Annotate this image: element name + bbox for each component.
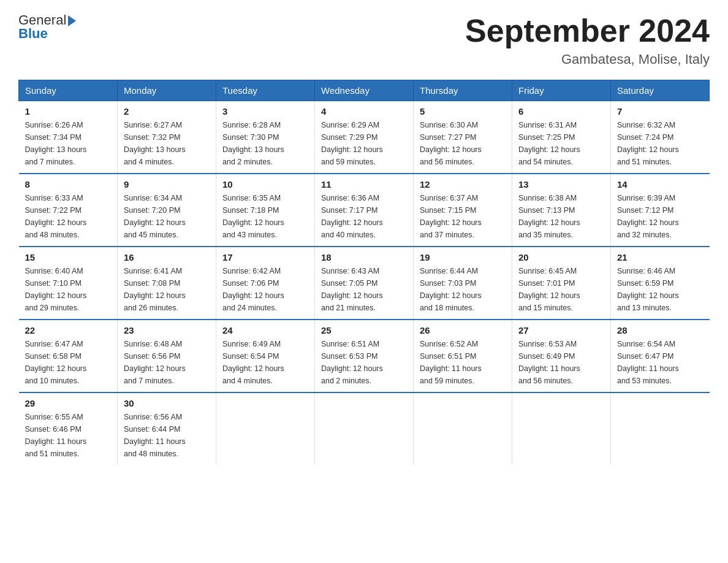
day-of-week-header: Tuesday (216, 80, 315, 101)
day-number: 24 (222, 325, 308, 335)
day-number: 2 (124, 106, 210, 117)
day-number: 10 (222, 179, 308, 190)
calendar-day-cell: 25 Sunrise: 6:51 AM Sunset: 6:53 PM Dayl… (315, 320, 414, 393)
calendar-day-cell (216, 393, 315, 465)
day-info: Sunrise: 6:51 AM Sunset: 6:53 PM Dayligh… (321, 338, 407, 387)
day-info: Sunrise: 6:33 AM Sunset: 7:22 PM Dayligh… (25, 192, 112, 241)
day-info: Sunrise: 6:41 AM Sunset: 7:08 PM Dayligh… (124, 265, 210, 314)
day-number: 18 (321, 252, 407, 262)
logo-triangle-icon (68, 15, 76, 26)
day-info: Sunrise: 6:43 AM Sunset: 7:05 PM Dayligh… (321, 265, 407, 314)
day-number: 14 (617, 179, 703, 190)
day-info: Sunrise: 6:42 AM Sunset: 7:06 PM Dayligh… (222, 265, 308, 314)
day-of-week-header: Friday (512, 80, 611, 101)
day-info: Sunrise: 6:35 AM Sunset: 7:18 PM Dayligh… (222, 192, 308, 241)
day-info: Sunrise: 6:54 AM Sunset: 6:47 PM Dayligh… (617, 338, 703, 387)
day-info: Sunrise: 6:53 AM Sunset: 6:49 PM Dayligh… (518, 338, 604, 387)
day-info: Sunrise: 6:32 AM Sunset: 7:24 PM Dayligh… (617, 119, 703, 168)
calendar-day-cell: 6 Sunrise: 6:31 AM Sunset: 7:25 PM Dayli… (512, 101, 611, 174)
day-info: Sunrise: 6:49 AM Sunset: 6:54 PM Dayligh… (222, 338, 308, 387)
calendar-day-cell: 3 Sunrise: 6:28 AM Sunset: 7:30 PM Dayli… (216, 101, 315, 174)
day-number: 16 (124, 252, 210, 262)
calendar-day-cell: 22 Sunrise: 6:47 AM Sunset: 6:58 PM Dayl… (19, 320, 118, 393)
day-info: Sunrise: 6:39 AM Sunset: 7:12 PM Dayligh… (617, 192, 703, 241)
calendar-day-cell: 12 Sunrise: 6:37 AM Sunset: 7:15 PM Dayl… (414, 174, 512, 247)
calendar-day-cell: 7 Sunrise: 6:32 AM Sunset: 7:24 PM Dayli… (611, 101, 710, 174)
day-info: Sunrise: 6:38 AM Sunset: 7:13 PM Dayligh… (518, 192, 604, 241)
day-of-week-header: Sunday (19, 80, 118, 101)
day-number: 20 (518, 252, 604, 262)
calendar-day-cell: 4 Sunrise: 6:29 AM Sunset: 7:29 PM Dayli… (315, 101, 414, 174)
day-number: 11 (321, 179, 407, 190)
calendar-day-cell: 2 Sunrise: 6:27 AM Sunset: 7:32 PM Dayli… (118, 101, 216, 174)
month-title: September 2024 (465, 12, 710, 49)
logo: General Blue (18, 12, 76, 42)
day-info: Sunrise: 6:47 AM Sunset: 6:58 PM Dayligh… (25, 338, 112, 387)
day-number: 13 (518, 179, 604, 190)
header: General Blue September 2024 Gambatesa, M… (18, 12, 710, 67)
day-number: 26 (420, 325, 506, 335)
day-info: Sunrise: 6:55 AM Sunset: 6:46 PM Dayligh… (25, 411, 112, 460)
calendar-day-cell: 20 Sunrise: 6:45 AM Sunset: 7:01 PM Dayl… (512, 247, 611, 320)
day-of-week-header: Saturday (611, 80, 710, 101)
calendar-day-cell: 24 Sunrise: 6:49 AM Sunset: 6:54 PM Dayl… (216, 320, 315, 393)
calendar-table: SundayMondayTuesdayWednesdayThursdayFrid… (18, 80, 710, 465)
day-of-week-header: Monday (118, 80, 216, 101)
location-title: Gambatesa, Molise, Italy (465, 52, 710, 67)
calendar-day-cell: 8 Sunrise: 6:33 AM Sunset: 7:22 PM Dayli… (19, 174, 118, 247)
day-number: 15 (25, 252, 112, 262)
day-number: 27 (518, 325, 604, 335)
calendar-week-row: 22 Sunrise: 6:47 AM Sunset: 6:58 PM Dayl… (19, 320, 710, 393)
day-number: 19 (420, 252, 506, 262)
calendar-day-cell (315, 393, 414, 465)
day-number: 28 (617, 325, 703, 335)
calendar-week-row: 8 Sunrise: 6:33 AM Sunset: 7:22 PM Dayli… (19, 174, 710, 247)
day-number: 21 (617, 252, 703, 262)
title-area: September 2024 Gambatesa, Molise, Italy (465, 12, 710, 67)
calendar-week-row: 1 Sunrise: 6:26 AM Sunset: 7:34 PM Dayli… (19, 101, 710, 174)
logo-blue: Blue (18, 26, 76, 42)
day-info: Sunrise: 6:29 AM Sunset: 7:29 PM Dayligh… (321, 119, 407, 168)
calendar-week-row: 29 Sunrise: 6:55 AM Sunset: 6:46 PM Dayl… (19, 393, 710, 465)
day-info: Sunrise: 6:40 AM Sunset: 7:10 PM Dayligh… (25, 265, 112, 314)
calendar-day-cell: 15 Sunrise: 6:40 AM Sunset: 7:10 PM Dayl… (19, 247, 118, 320)
day-info: Sunrise: 6:56 AM Sunset: 6:44 PM Dayligh… (124, 411, 210, 460)
day-number: 17 (222, 252, 308, 262)
day-info: Sunrise: 6:48 AM Sunset: 6:56 PM Dayligh… (124, 338, 210, 387)
day-info: Sunrise: 6:27 AM Sunset: 7:32 PM Dayligh… (124, 119, 210, 168)
calendar-day-cell (611, 393, 710, 465)
calendar-day-cell: 5 Sunrise: 6:30 AM Sunset: 7:27 PM Dayli… (414, 101, 512, 174)
calendar-day-cell: 27 Sunrise: 6:53 AM Sunset: 6:49 PM Dayl… (512, 320, 611, 393)
calendar-header: SundayMondayTuesdayWednesdayThursdayFrid… (19, 80, 710, 101)
day-number: 4 (321, 106, 407, 117)
day-info: Sunrise: 6:36 AM Sunset: 7:17 PM Dayligh… (321, 192, 407, 241)
day-number: 29 (25, 398, 112, 408)
day-number: 3 (222, 106, 308, 117)
day-info: Sunrise: 6:28 AM Sunset: 7:30 PM Dayligh… (222, 119, 308, 168)
day-number: 1 (25, 106, 112, 117)
calendar-day-cell: 19 Sunrise: 6:44 AM Sunset: 7:03 PM Dayl… (414, 247, 512, 320)
day-of-week-header: Thursday (414, 80, 512, 101)
day-info: Sunrise: 6:44 AM Sunset: 7:03 PM Dayligh… (420, 265, 506, 314)
calendar-day-cell: 18 Sunrise: 6:43 AM Sunset: 7:05 PM Dayl… (315, 247, 414, 320)
calendar-day-cell: 13 Sunrise: 6:38 AM Sunset: 7:13 PM Dayl… (512, 174, 611, 247)
day-number: 22 (25, 325, 112, 335)
calendar-day-cell: 16 Sunrise: 6:41 AM Sunset: 7:08 PM Dayl… (118, 247, 216, 320)
day-number: 5 (420, 106, 506, 117)
day-number: 8 (25, 179, 112, 190)
day-info: Sunrise: 6:46 AM Sunset: 6:59 PM Dayligh… (617, 265, 703, 314)
day-number: 12 (420, 179, 506, 190)
calendar-day-cell: 1 Sunrise: 6:26 AM Sunset: 7:34 PM Dayli… (19, 101, 118, 174)
calendar-day-cell: 11 Sunrise: 6:36 AM Sunset: 7:17 PM Dayl… (315, 174, 414, 247)
calendar-day-cell: 28 Sunrise: 6:54 AM Sunset: 6:47 PM Dayl… (611, 320, 710, 393)
calendar-day-cell (414, 393, 512, 465)
calendar-week-row: 15 Sunrise: 6:40 AM Sunset: 7:10 PM Dayl… (19, 247, 710, 320)
calendar-day-cell: 17 Sunrise: 6:42 AM Sunset: 7:06 PM Dayl… (216, 247, 315, 320)
calendar-day-cell: 26 Sunrise: 6:52 AM Sunset: 6:51 PM Dayl… (414, 320, 512, 393)
day-number: 25 (321, 325, 407, 335)
calendar-day-cell: 9 Sunrise: 6:34 AM Sunset: 7:20 PM Dayli… (118, 174, 216, 247)
calendar-day-cell: 23 Sunrise: 6:48 AM Sunset: 6:56 PM Dayl… (118, 320, 216, 393)
day-number: 30 (124, 398, 210, 408)
day-number: 9 (124, 179, 210, 190)
day-info: Sunrise: 6:34 AM Sunset: 7:20 PM Dayligh… (124, 192, 210, 241)
